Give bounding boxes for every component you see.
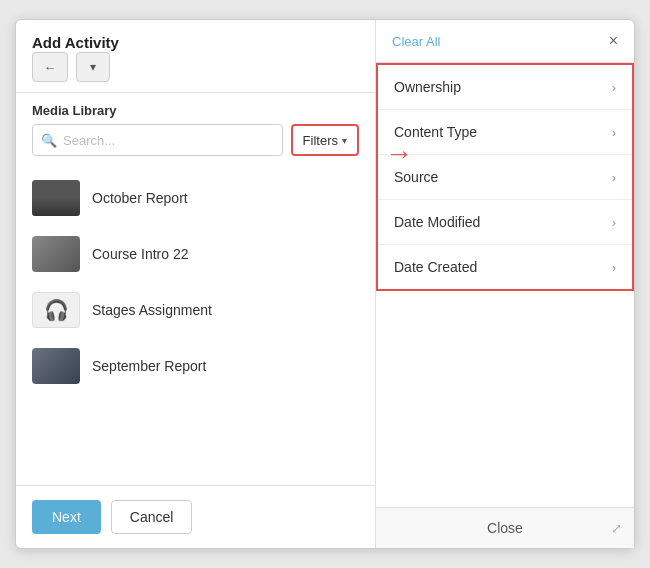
filter-label: Date Created: [394, 259, 477, 275]
chevron-down-icon: ▾: [90, 60, 96, 74]
right-panel: Clear All × Ownership › Content Type › S…: [376, 20, 634, 548]
chevron-right-icon: ›: [612, 215, 616, 230]
toolbar-row: ← ▾: [32, 52, 359, 82]
clear-all-button[interactable]: Clear All: [392, 34, 440, 49]
cancel-button[interactable]: Cancel: [111, 500, 193, 534]
filter-item-date-modified[interactable]: Date Modified ›: [378, 200, 632, 245]
search-row: 🔍 Search... Filters ▾: [16, 124, 375, 166]
list-item[interactable]: 🎧 Stages Assignment: [16, 282, 375, 338]
filter-item-date-created[interactable]: Date Created ›: [378, 245, 632, 289]
audio-icon: 🎧: [44, 298, 69, 322]
filter-item-content-type[interactable]: Content Type ›: [378, 110, 632, 155]
media-item-name: Course Intro 22: [92, 246, 189, 262]
next-button[interactable]: Next: [32, 500, 101, 534]
thumbnail: [32, 180, 80, 216]
footer-buttons: Next Cancel: [16, 485, 375, 548]
left-header: Add Activity ← ▾: [16, 20, 375, 93]
list-item[interactable]: October Report: [16, 170, 375, 226]
filter-label: Ownership: [394, 79, 461, 95]
close-button[interactable]: Close: [487, 520, 523, 536]
search-icon: 🔍: [41, 133, 57, 148]
dropdown-button[interactable]: ▾: [76, 52, 110, 82]
back-icon: ←: [44, 60, 57, 75]
media-item-name: September Report: [92, 358, 206, 374]
section-label: Media Library: [16, 93, 375, 124]
right-header: Clear All ×: [376, 20, 634, 63]
filter-item-source[interactable]: Source ›: [378, 155, 632, 200]
right-close-button[interactable]: ×: [609, 32, 618, 50]
filter-list: Ownership › Content Type › Source › Date…: [376, 63, 634, 291]
expand-icon: ⤢: [611, 521, 622, 536]
search-box[interactable]: 🔍 Search...: [32, 124, 283, 156]
filter-label: Date Modified: [394, 214, 480, 230]
arrow-icon: →: [385, 138, 413, 169]
thumbnail: 🎧: [32, 292, 80, 328]
filters-label: Filters: [303, 133, 338, 148]
left-panel: Add Activity ← ▾ Media Library 🔍 Search.…: [16, 20, 376, 548]
filter-item-ownership[interactable]: Ownership ›: [378, 65, 632, 110]
thumbnail: [32, 348, 80, 384]
filter-label: Source: [394, 169, 438, 185]
modal-title: Add Activity: [32, 34, 119, 51]
list-item[interactable]: September Report: [16, 338, 375, 394]
filters-chevron-icon: ▾: [342, 135, 347, 146]
chevron-right-icon: ›: [612, 125, 616, 140]
media-list: October Report Course Intro 22 🎧 Stages …: [16, 166, 375, 485]
media-item-name: Stages Assignment: [92, 302, 212, 318]
list-item[interactable]: Course Intro 22: [16, 226, 375, 282]
chevron-right-icon: ›: [612, 170, 616, 185]
media-item-name: October Report: [92, 190, 188, 206]
chevron-right-icon: ›: [612, 260, 616, 275]
thumbnail: [32, 236, 80, 272]
filters-button[interactable]: Filters ▾: [291, 124, 359, 156]
right-footer: Close ⤢: [376, 507, 634, 548]
back-button[interactable]: ←: [32, 52, 68, 82]
search-placeholder: Search...: [63, 133, 115, 148]
modal-container: Add Activity ← ▾ Media Library 🔍 Search.…: [15, 19, 635, 549]
chevron-right-icon: ›: [612, 80, 616, 95]
arrow-indicator: →: [385, 138, 413, 170]
